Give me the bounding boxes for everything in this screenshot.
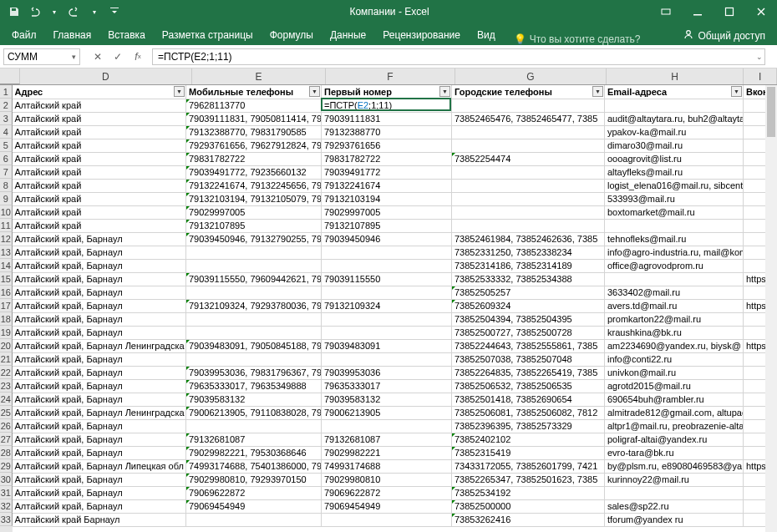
cell[interactable]: altpr1@mail.ru, preobrazenie-altay@m: [605, 419, 744, 433]
cell[interactable]: 73852314186, 73852314189: [452, 259, 605, 272]
cell[interactable]: 79132103194: [322, 192, 452, 205]
cell[interactable]: 73852244643, 73852555861, 7385: [452, 339, 605, 352]
col-header-I[interactable]: I: [744, 68, 777, 84]
cell[interactable]: [452, 205, 605, 219]
cell[interactable]: office@agrovodprom.ru: [605, 259, 744, 272]
cell[interactable]: Алтайский край, Барнаул: [13, 433, 186, 446]
cell[interactable]: [605, 272, 744, 286]
row-header[interactable]: 17: [0, 299, 13, 312]
cell[interactable]: 79132103194, 79132105079, 7964: [186, 192, 322, 205]
row-header[interactable]: 18: [0, 312, 13, 326]
cell[interactable]: 79029980810, 79293970150: [186, 473, 322, 486]
row-header[interactable]: 32: [0, 499, 13, 513]
row-header[interactable]: 24: [0, 393, 13, 406]
cell[interactable]: [322, 259, 452, 272]
cell[interactable]: sales@sp22.ru: [605, 499, 744, 513]
ribbon-display-icon[interactable]: [650, 0, 682, 23]
cell[interactable]: 79132241674: [322, 179, 452, 192]
cell[interactable]: Алтайский край, Барнаул Ленинградска: [13, 339, 186, 352]
cell[interactable]: Алтайский край, Барнаул: [13, 419, 186, 433]
cell[interactable]: Алтайский край: [13, 152, 186, 165]
cell[interactable]: 79039115550: [322, 272, 452, 286]
filter-dropdown-icon[interactable]: ▼: [439, 86, 450, 97]
tab-file[interactable]: Файл: [3, 27, 45, 45]
cell[interactable]: Алтайский край Барнаул: [13, 513, 186, 526]
cell[interactable]: [186, 419, 322, 433]
cell[interactable]: boxtomarket@mail.ru: [605, 205, 744, 219]
cell[interactable]: 79831782722: [186, 152, 322, 165]
cell[interactable]: 79069454949: [186, 499, 322, 513]
cell[interactable]: [322, 513, 452, 526]
col-header-G[interactable]: G: [455, 68, 607, 84]
row-header[interactable]: 22: [0, 366, 13, 379]
row-header[interactable]: 2: [0, 99, 13, 112]
cell[interactable]: 79132107895: [322, 219, 452, 232]
col-header-E[interactable]: E: [192, 68, 326, 84]
vertical-scrollbar[interactable]: [765, 85, 777, 532]
cell[interactable]: 79831782722: [322, 152, 452, 165]
row-header[interactable]: 6: [0, 152, 13, 165]
cell[interactable]: [322, 326, 452, 339]
tab-review[interactable]: Рецензирование: [374, 27, 469, 45]
cell[interactable]: 73852264835, 73852265419, 7385: [452, 366, 605, 379]
cell[interactable]: 79029997005: [322, 205, 452, 219]
cell[interactable]: 79029980810: [322, 473, 452, 486]
row-header[interactable]: 19: [0, 326, 13, 339]
cell[interactable]: 73852331250, 73852338234: [452, 246, 605, 259]
row-header[interactable]: 14: [0, 259, 13, 272]
cell[interactable]: Алтайский край, Барнаул: [13, 286, 186, 299]
cell[interactable]: 79132241674, 79132245656, 7913: [186, 179, 322, 192]
row-header[interactable]: 23: [0, 379, 13, 393]
cell[interactable]: ypakov-ka@mail.ru: [605, 125, 744, 139]
cell[interactable]: poligraf-altai@yandex.ru: [605, 433, 744, 446]
cell[interactable]: 79293761656, 79627912824, 7983: [186, 139, 322, 152]
row-header[interactable]: 7: [0, 165, 13, 179]
row-header[interactable]: 13: [0, 246, 13, 259]
cell[interactable]: 73852265347, 73852501623, 7385: [452, 473, 605, 486]
cell[interactable]: 73852506081, 73852506082, 7812: [452, 406, 605, 419]
row-header[interactable]: 3: [0, 112, 13, 125]
header-cell[interactable]: Адрес▼: [13, 85, 186, 99]
cell[interactable]: 73852461984, 73852462636, 7385: [452, 232, 605, 246]
cell[interactable]: Алтайский край, Барнаул: [13, 486, 186, 499]
row-header[interactable]: 25: [0, 406, 13, 419]
tab-page-layout[interactable]: Разметка страницы: [154, 27, 262, 45]
enter-formula-button[interactable]: ✓: [109, 48, 127, 65]
save-icon[interactable]: [7, 4, 22, 19]
cell[interactable]: Алтайский край, Барнаул: [13, 299, 186, 312]
cell[interactable]: 79069622872: [322, 486, 452, 499]
cell[interactable]: 79029982221: [322, 446, 452, 459]
cell[interactable]: Алтайский край: [13, 179, 186, 192]
chevron-down-icon[interactable]: ▾: [87, 4, 102, 19]
row-header[interactable]: 15: [0, 272, 13, 286]
cell[interactable]: 79039953036: [322, 366, 452, 379]
row-header[interactable]: 27: [0, 433, 13, 446]
row-header[interactable]: 20: [0, 339, 13, 352]
expand-formula-bar-icon[interactable]: ⌄: [756, 53, 763, 61]
cell[interactable]: 73852465476, 73852465477, 7385: [452, 112, 605, 125]
cell[interactable]: by@plsm.ru, e89080469583@ya: [605, 459, 744, 473]
tab-home[interactable]: Главная: [45, 27, 100, 45]
cell[interactable]: 79029997005: [186, 205, 322, 219]
cell[interactable]: dimaro30@mail.ru: [605, 139, 744, 152]
header-cell[interactable]: Первый номер▼: [322, 85, 452, 99]
cell[interactable]: 79006213905: [322, 406, 452, 419]
cell[interactable]: [186, 312, 322, 326]
row-header[interactable]: 8: [0, 179, 13, 192]
cell[interactable]: [186, 286, 322, 299]
cell[interactable]: 690654buh@rambler.ru: [605, 393, 744, 406]
cell[interactable]: [322, 352, 452, 366]
cell[interactable]: 79029982221, 79530368646: [186, 446, 322, 459]
cell[interactable]: [605, 219, 744, 232]
cell[interactable]: Алтайский край: [13, 112, 186, 125]
cell[interactable]: 73852396395, 73852573329: [452, 419, 605, 433]
cell[interactable]: Алтайский край: [13, 205, 186, 219]
cell[interactable]: promkarton22@mail.ru: [605, 312, 744, 326]
row-header[interactable]: 30: [0, 473, 13, 486]
cell[interactable]: 3633402@mail.ru: [605, 286, 744, 299]
col-header-H[interactable]: H: [607, 68, 744, 84]
cell[interactable]: Алтайский край, Барнаул: [13, 499, 186, 513]
header-cell[interactable]: Email-адреса▼: [605, 85, 744, 99]
cell[interactable]: [186, 259, 322, 272]
cell[interactable]: 79069454949: [322, 499, 452, 513]
